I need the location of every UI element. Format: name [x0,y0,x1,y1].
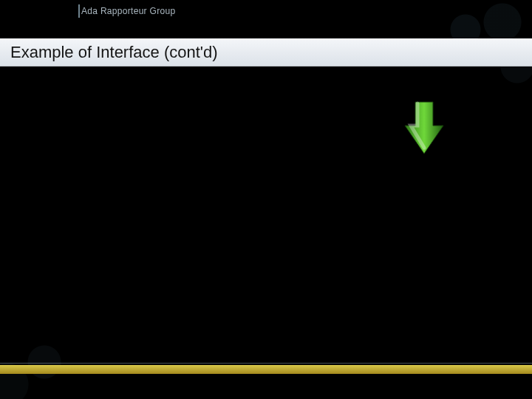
label-observed-obj: Observed_Obj [416,78,488,91]
content-area: Observer Observed_Obj Drawing3D View wit… [65,80,517,347]
diagram-top-labels: Observer Observed_Obj [350,78,488,91]
footer-bar [0,365,532,374]
down-arrow-icon [403,100,445,158]
slide-title: Example of Interface (cont'd) [10,43,218,62]
label-view: View [424,163,448,175]
code-listing: with Observers; with Observed_Objects; w… [65,98,517,294]
header-group-label: Ada Rapporteur Group [81,6,175,16]
footer-separator [0,363,532,364]
title-bar: Example of Interface (cont'd) [0,38,532,66]
header-rule [78,4,80,18]
label-observer: Observer [350,78,396,91]
